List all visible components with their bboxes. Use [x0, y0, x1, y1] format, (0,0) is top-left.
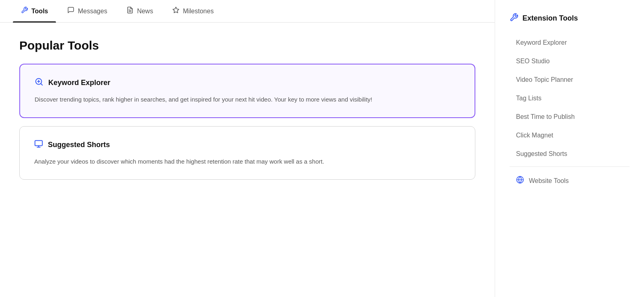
keyword-explorer-header: Keyword Explorer: [35, 77, 460, 88]
tab-messages[interactable]: Messages: [59, 0, 115, 22]
right-sidebar: Extension Tools Keyword Explorer SEO Stu…: [495, 0, 644, 297]
tab-tools[interactable]: Tools: [13, 0, 56, 22]
svg-line-4: [41, 83, 42, 85]
news-icon: [126, 6, 134, 16]
tab-news-label: News: [137, 8, 153, 15]
svg-rect-7: [35, 141, 42, 146]
sidebar-item-click-magnet[interactable]: Click Magnet: [510, 126, 630, 145]
sidebar-best-time-label: Best Time to Publish: [516, 113, 575, 120]
suggested-shorts-title: Suggested Shorts: [48, 141, 110, 149]
sidebar-item-best-time-to-publish[interactable]: Best Time to Publish: [510, 108, 630, 126]
milestones-icon: [172, 6, 180, 16]
sidebar-website-tools-label: Website Tools: [529, 177, 569, 185]
sidebar-click-magnet-label: Click Magnet: [516, 132, 553, 139]
sidebar-item-website-tools[interactable]: Website Tools: [510, 170, 630, 191]
sidebar-item-video-topic-planner[interactable]: Video Topic Planner: [510, 71, 630, 89]
sidebar-keyword-explorer-label: Keyword Explorer: [516, 39, 567, 46]
sidebar-section-title: Extension Tools: [510, 13, 630, 24]
main-content: Tools Messages News: [0, 0, 495, 297]
keyword-explorer-title: Keyword Explorer: [48, 79, 110, 87]
page-content: Popular Tools Keyword Explorer Discover …: [0, 23, 495, 297]
extension-tools-icon: [510, 13, 518, 24]
tools-icon: [21, 6, 28, 16]
keyword-explorer-icon: [35, 77, 43, 88]
keyword-explorer-description: Discover trending topics, rank higher in…: [35, 95, 460, 104]
sidebar-item-suggested-shorts[interactable]: Suggested Shorts: [510, 145, 630, 163]
sidebar-seo-studio-label: SEO Studio: [516, 58, 550, 65]
tab-messages-label: Messages: [78, 8, 107, 15]
sidebar-divider: [510, 166, 630, 167]
tab-bar: Tools Messages News: [0, 0, 495, 23]
page-title: Popular Tools: [19, 39, 475, 52]
tab-milestones-label: Milestones: [183, 8, 213, 15]
messages-icon: [67, 6, 74, 16]
keyword-explorer-card[interactable]: Keyword Explorer Discover trending topic…: [19, 64, 475, 118]
sidebar-item-keyword-explorer[interactable]: Keyword Explorer: [510, 33, 630, 52]
suggested-shorts-card[interactable]: Suggested Shorts Analyze your videos to …: [19, 126, 475, 180]
tab-news[interactable]: News: [118, 0, 161, 22]
tab-milestones[interactable]: Milestones: [164, 0, 221, 22]
sidebar-video-topic-planner-label: Video Topic Planner: [516, 76, 573, 83]
sidebar-item-tag-lists[interactable]: Tag Lists: [510, 89, 630, 108]
suggested-shorts-description: Analyze your videos to discover which mo…: [34, 157, 460, 166]
svg-marker-2: [173, 7, 179, 13]
sidebar-section-title-text: Extension Tools: [522, 14, 578, 23]
sidebar-tag-lists-label: Tag Lists: [516, 95, 541, 102]
website-tools-icon: [516, 176, 524, 186]
sidebar-suggested-shorts-label: Suggested Shorts: [516, 150, 567, 158]
sidebar-item-seo-studio[interactable]: SEO Studio: [510, 52, 630, 71]
suggested-shorts-header: Suggested Shorts: [34, 139, 460, 150]
tab-tools-label: Tools: [31, 8, 48, 15]
suggested-shorts-icon: [34, 139, 43, 150]
